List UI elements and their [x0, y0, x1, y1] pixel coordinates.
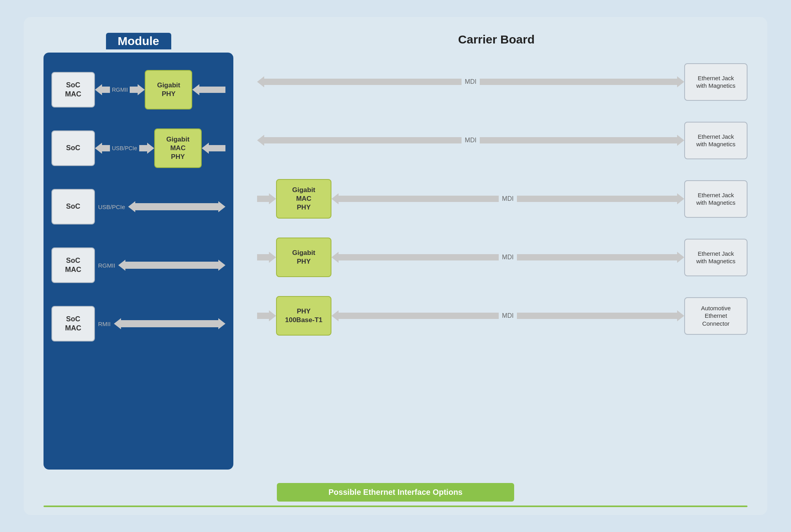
carrier-phy-box-row3: Gigabit MAC PHY: [276, 179, 331, 219]
module-row-row1: SoC MACRGMIIGigabit PHY: [51, 60, 225, 119]
arrow-soc-carrier-row3: USB/PCIe: [95, 201, 225, 212]
arrow-mdi-row1: MDI: [257, 76, 684, 87]
connector-box-row5: Automotive Ethernet Connector: [684, 297, 747, 335]
soc-box-row3: SoC: [51, 189, 95, 224]
module-title: Module: [106, 33, 171, 49]
soc-box-row2: SoC: [51, 130, 95, 166]
arrow-soc-phy-row2: USB/PCIe: [95, 143, 154, 154]
carrier-row-row5: PHY 100Base-T1MDIAutomotive Ethernet Con…: [245, 287, 747, 345]
arrow-soc-carrier-row5: RMII: [95, 318, 225, 329]
module-row-row3: SoCUSB/PCIe: [51, 177, 225, 236]
connector-box-row3: Ethernet Jack with Magnetics: [684, 180, 747, 218]
module-panel: SoC MACRGMIIGigabit PHYSoCUSB/PCIeGigabi…: [44, 53, 233, 470]
carrier-row-row2: MDIEthernet Jack with Magnetics: [245, 111, 747, 170]
arrow-mdi-row4: MDI: [331, 252, 684, 263]
carrier-phy-box-row4: Gigabit PHY: [276, 238, 331, 277]
module-phy-box-row1: Gigabit PHY: [145, 70, 192, 109]
arrow-mdi-row3: MDI: [331, 193, 684, 204]
arrow-out-row2: [202, 143, 225, 154]
module-phy-box-row2: Gigabit MAC PHY: [154, 128, 202, 168]
carrier-area: MDIEthernet Jack with MagneticsMDIEthern…: [233, 53, 747, 470]
module-row-row5: SoC MACRMII: [51, 294, 225, 353]
carrier-row-row1: MDIEthernet Jack with Magnetics: [245, 53, 747, 111]
bottom-line: [44, 506, 747, 507]
connector-box-row1: Ethernet Jack with Magnetics: [684, 63, 747, 101]
module-row-row2: SoCUSB/PCIeGigabit MAC PHY: [51, 119, 225, 177]
soc-box-row4: SoC MAC: [51, 247, 95, 283]
carrier-title: Carrier Board: [458, 33, 534, 46]
arrow-mdi-row5: MDI: [331, 310, 684, 321]
carrier-phy-box-row5: PHY 100Base-T1: [276, 296, 331, 336]
soc-box-row1: SoC MAC: [51, 72, 95, 108]
arrow-soc-phy-row1: RGMII: [95, 84, 145, 95]
carrier-row-row4: Gigabit PHYMDIEthernet Jack with Magneti…: [245, 228, 747, 287]
connector-box-row4: Ethernet Jack with Magnetics: [684, 239, 747, 276]
connector-box-row2: Ethernet Jack with Magnetics: [684, 122, 747, 159]
soc-box-row5: SoC MAC: [51, 306, 95, 341]
caption-bar: Possible Ethernet Interface Options: [277, 483, 514, 502]
arrow-out-row1: [192, 84, 225, 95]
outer-container: Module Carrier Board SoC MACRGMIIGigabit…: [24, 17, 767, 515]
arrow-mdi-row2: MDI: [257, 135, 684, 146]
arrow-soc-carrier-row4: RGMII: [95, 260, 225, 271]
carrier-row-row3: Gigabit MAC PHYMDIEthernet Jack with Mag…: [245, 170, 747, 228]
module-row-row4: SoC MACRGMII: [51, 236, 225, 294]
